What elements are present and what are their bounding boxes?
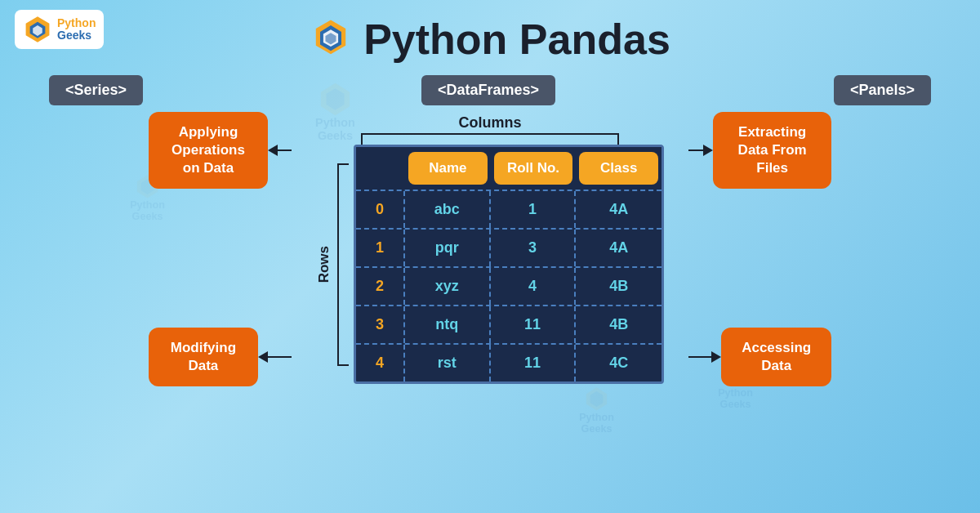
center-table-area: Columns Rows Name Roll No. Cla <box>316 114 664 384</box>
python-geeks-logo-icon <box>23 15 52 44</box>
line-right-2 <box>688 356 711 358</box>
table-header-row: Name Roll No. Class <box>356 147 662 191</box>
arrow-left-2 <box>258 351 268 363</box>
rows-bracket-area: Rows <box>316 163 349 366</box>
columns-label: Columns <box>458 114 521 132</box>
svg-marker-4 <box>586 387 607 410</box>
tag-dataframes: <DataFrames> <box>421 75 555 105</box>
table-with-rows: Rows Name Roll No. Class 0 <box>316 145 664 384</box>
logo-text: Python Geeks <box>57 17 96 42</box>
logo-python: Python <box>57 17 96 29</box>
arrow-right-2 <box>711 351 721 363</box>
cell-roll-1: 3 <box>491 230 577 266</box>
tag-panels: <Panels> <box>834 75 931 105</box>
extracting-data-row: Extracting Data From Files <box>688 112 831 189</box>
watermark-3: Python Geeks <box>579 386 614 435</box>
header: Python Geeks Python Pandas <box>0 0 980 70</box>
cell-index-1: 1 <box>356 230 405 266</box>
logo-badge: Python Geeks <box>15 10 104 49</box>
accessing-data-box: Accessing Data <box>721 328 831 386</box>
accessing-data-row: Accessing Data <box>688 328 831 386</box>
tag-series: <Series> <box>49 75 143 105</box>
applying-ops-row: Applying Operations on Data <box>149 112 292 189</box>
cell-class-2: 4B <box>576 268 662 305</box>
modifying-data-box: Modifying Data <box>149 328 258 386</box>
cell-name-1: pqr <box>405 230 491 266</box>
header-empty <box>356 147 405 190</box>
cell-name-2: xyz <box>405 268 491 305</box>
cell-index-2: 2 <box>356 268 405 305</box>
page-title: Python Pandas <box>363 15 670 64</box>
arrow-left-1 <box>268 145 278 156</box>
table-row: 3 ntq 11 4B <box>356 306 662 345</box>
table-row: 1 pqr 3 4A <box>356 230 662 268</box>
cell-class-3: 4B <box>576 306 662 343</box>
applying-ops-box: Applying Operations on Data <box>149 112 268 189</box>
cell-roll-4: 11 <box>491 345 577 381</box>
cell-index-3: 3 <box>356 306 405 343</box>
data-table: Name Roll No. Class 0 abc 1 4A 1 pqr 3 4… <box>354 145 664 384</box>
line-right-1 <box>688 149 703 151</box>
cell-roll-0: 1 <box>491 191 577 228</box>
table-row: 2 xyz 4 4B <box>356 268 662 306</box>
table-row: 0 abc 1 4A <box>356 191 662 230</box>
cell-roll-3: 11 <box>491 306 577 343</box>
tags-row: <Series> <DataFrames> <Panels> <box>0 75 980 105</box>
cell-name-4: rst <box>405 345 491 381</box>
cell-name-0: abc <box>405 191 491 228</box>
rows-label: Rows <box>316 246 332 283</box>
rows-v-bracket <box>337 163 349 366</box>
extracting-data-box: Extracting Data From Files <box>713 112 831 189</box>
cell-index-4: 4 <box>356 345 405 381</box>
cell-roll-2: 4 <box>491 268 577 305</box>
columns-bracket <box>361 133 619 145</box>
modifying-data-row: Modifying Data <box>149 328 292 386</box>
col-header-class: Class <box>579 152 658 185</box>
col-header-roll: Roll No. <box>494 152 573 185</box>
cell-class-0: 4A <box>576 191 662 228</box>
arrow-right-1 <box>703 145 713 156</box>
cell-class-1: 4A <box>576 230 662 266</box>
svg-marker-5 <box>590 391 604 407</box>
logo-geeks: Geeks <box>57 29 96 42</box>
cell-class-4: 4C <box>576 345 662 381</box>
right-boxes: Extracting Data From Files Accessing Dat… <box>688 112 831 386</box>
diagram-area: Applying Operations on Data Modifying Da… <box>0 112 980 386</box>
main-title: Python Pandas <box>310 15 670 64</box>
col-header-name: Name <box>408 152 488 185</box>
cell-name-3: ntq <box>405 306 491 343</box>
line-left-2 <box>268 356 292 358</box>
table-row: 4 rst 11 4C <box>356 345 662 381</box>
left-boxes: Applying Operations on Data Modifying Da… <box>149 112 292 386</box>
line-left-1 <box>278 149 292 151</box>
cell-index-0: 0 <box>356 191 405 228</box>
pandas-logo-icon <box>310 18 352 60</box>
